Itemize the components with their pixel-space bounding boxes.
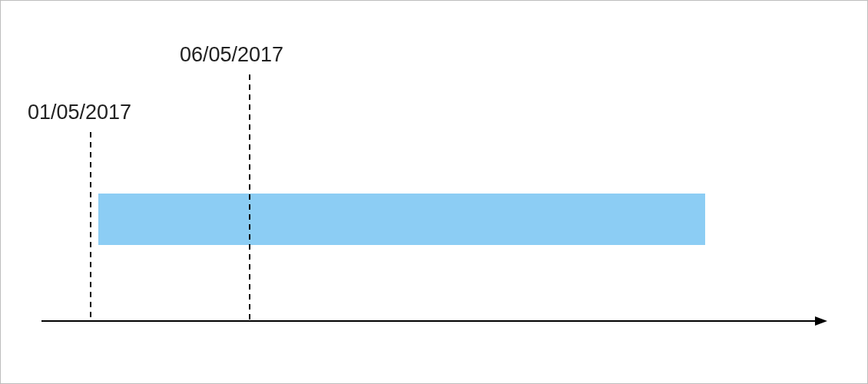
timeline-svg: [1, 1, 868, 384]
timeline-diagram: 01/05/2017 06/05/2017: [0, 0, 868, 384]
axis-arrowhead: [815, 316, 827, 326]
task-bar: [98, 194, 705, 245]
